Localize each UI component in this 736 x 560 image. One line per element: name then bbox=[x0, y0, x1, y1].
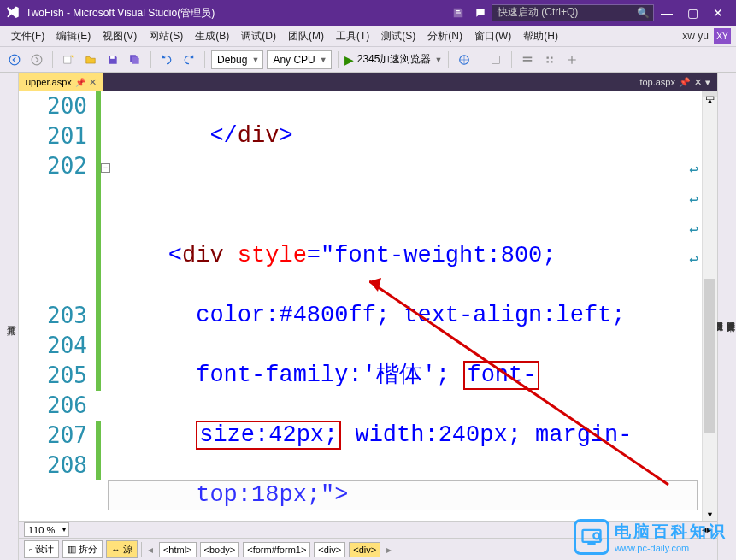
menu-edit[interactable]: 编辑(E) bbox=[50, 29, 97, 44]
menu-tools[interactable]: 工具(T) bbox=[330, 29, 375, 44]
breadcrumb-next[interactable]: ▸ bbox=[384, 544, 394, 556]
breadcrumb-item-active[interactable]: <div> bbox=[349, 542, 380, 557]
title-bar: TwoFish - Microsoft Visual Studio(管理员) 快… bbox=[0, 0, 736, 26]
window-title: TwoFish - Microsoft Visual Studio(管理员) bbox=[26, 6, 215, 21]
highlight-box: font- bbox=[463, 361, 539, 390]
zoom-value: 110 % bbox=[28, 525, 55, 535]
breadcrumb-item[interactable]: <form#form1> bbox=[243, 542, 310, 557]
tool-button-4[interactable] bbox=[562, 50, 581, 69]
view-design-button[interactable]: ▫ 设计 bbox=[24, 540, 59, 558]
chevron-down-icon: ▾ bbox=[62, 526, 66, 533]
open-button[interactable] bbox=[81, 50, 100, 69]
vertical-scrollbar[interactable]: ▭ ▲ ▼ bbox=[702, 91, 717, 521]
separator bbox=[338, 51, 339, 68]
view-label: 源 bbox=[123, 543, 132, 556]
run-target-label[interactable]: 2345加速浏览器 bbox=[357, 52, 432, 67]
menu-window[interactable]: 窗口(W) bbox=[468, 29, 517, 44]
separator bbox=[511, 51, 512, 68]
browser-link-button[interactable] bbox=[455, 50, 474, 69]
fold-toggle[interactable]: − bbox=[101, 163, 110, 173]
watermark-url: www.pc-daily.com bbox=[615, 543, 727, 553]
chevron-down-icon: ▼ bbox=[320, 56, 327, 64]
svg-rect-11 bbox=[587, 543, 595, 545]
line-number: 203 bbox=[19, 301, 87, 331]
save-all-button[interactable] bbox=[126, 50, 144, 69]
svg-rect-7 bbox=[523, 60, 533, 62]
wrap-glyph-icon: ↩ bbox=[689, 215, 698, 245]
tool-button-1[interactable] bbox=[486, 50, 505, 69]
svg-point-1 bbox=[32, 55, 42, 65]
user-avatar[interactable]: XY bbox=[714, 28, 731, 44]
chevron-down-icon: ▼ bbox=[251, 56, 259, 64]
menu-help[interactable]: 帮助(H) bbox=[517, 29, 564, 44]
separator bbox=[150, 51, 151, 68]
zoom-dropdown[interactable]: 110 %▾ bbox=[24, 522, 69, 537]
save-button[interactable] bbox=[103, 50, 122, 69]
platform-label: Any CPU bbox=[273, 54, 315, 66]
line-number: 201 bbox=[19, 121, 87, 151]
menu-team[interactable]: 团队(M) bbox=[282, 29, 330, 44]
svg-point-0 bbox=[9, 55, 20, 65]
quick-launch-placeholder: 快速启动 (Ctrl+Q) bbox=[498, 6, 578, 18]
file-tab-label: upper.aspx bbox=[26, 77, 72, 87]
nav-back-button[interactable] bbox=[5, 50, 24, 69]
file-tab-active[interactable]: upper.aspx 📌 ✕ bbox=[19, 73, 103, 91]
menu-view[interactable]: 视图(V) bbox=[97, 29, 143, 44]
code-content[interactable]: </div> <div style="font-weight:800; colo… bbox=[113, 91, 702, 521]
right-panel-tabs: 解决方案资源管理器 团队资源管理器 属性 bbox=[717, 73, 736, 560]
scroll-up-button[interactable]: ▲ bbox=[703, 97, 717, 107]
feedback-icon[interactable] bbox=[471, 3, 490, 22]
undo-button[interactable] bbox=[157, 50, 176, 69]
view-source-button[interactable]: ↔ 源 bbox=[106, 540, 138, 558]
pin-icon[interactable]: 📌 bbox=[679, 77, 691, 88]
menu-bar: 文件(F) 编辑(E) 视图(V) 网站(S) 生成(B) 调试(D) 团队(M… bbox=[0, 26, 736, 47]
new-project-button[interactable] bbox=[59, 50, 78, 69]
pin-icon[interactable]: 📌 bbox=[75, 78, 85, 87]
breadcrumb-item[interactable]: <div> bbox=[314, 542, 345, 557]
menu-file[interactable]: 文件(F) bbox=[5, 29, 50, 44]
close-button[interactable]: ✕ bbox=[705, 3, 731, 22]
menu-test[interactable]: 测试(S) bbox=[375, 29, 421, 44]
chevron-down-icon[interactable]: ▼ bbox=[434, 56, 442, 64]
menu-debug[interactable]: 调试(D) bbox=[235, 29, 282, 44]
line-number: 200 bbox=[19, 91, 87, 121]
menu-build[interactable]: 生成(B) bbox=[189, 29, 235, 44]
view-split-button[interactable]: ▥ 拆分 bbox=[62, 540, 103, 558]
notification-icon[interactable] bbox=[449, 3, 468, 22]
separator bbox=[480, 51, 480, 68]
menu-analyze[interactable]: 分析(N) bbox=[421, 29, 468, 44]
menu-website[interactable]: 网站(S) bbox=[143, 29, 189, 44]
close-tab-icon[interactable]: ✕ bbox=[89, 77, 97, 88]
maximize-button[interactable]: ▢ bbox=[680, 3, 705, 22]
watermark: 电脑百科知识 www.pc-daily.com bbox=[574, 519, 727, 555]
breadcrumb-prev[interactable]: ◂ bbox=[145, 544, 156, 556]
file-tab-label: top.aspx bbox=[639, 77, 675, 87]
tool-button-3[interactable] bbox=[540, 50, 559, 69]
vs-logo-icon bbox=[5, 5, 21, 21]
minimize-button[interactable]: — bbox=[654, 3, 680, 22]
quick-launch-input[interactable]: 快速启动 (Ctrl+Q) 🔍 bbox=[492, 4, 654, 21]
separator bbox=[204, 51, 205, 68]
current-line-highlight bbox=[108, 480, 698, 510]
config-dropdown[interactable]: Debug▼ bbox=[211, 50, 263, 69]
workspace: 工具箱 upper.aspx 📌 ✕ top.aspx 📌 ✕ ▾ 200 20… bbox=[0, 73, 736, 560]
scroll-thumb[interactable] bbox=[704, 279, 715, 433]
code-editor[interactable]: 200 201 202 203 204 205 206 207 208 − </… bbox=[19, 91, 717, 521]
platform-dropdown[interactable]: Any CPU▼ bbox=[267, 50, 331, 69]
breadcrumb-item[interactable]: <html> bbox=[159, 542, 197, 557]
line-number: 205 bbox=[19, 361, 87, 391]
config-label: Debug bbox=[217, 54, 247, 66]
nav-fwd-button[interactable] bbox=[27, 50, 46, 69]
user-name[interactable]: xw yu bbox=[682, 30, 709, 42]
breadcrumb-item[interactable]: <body> bbox=[200, 542, 240, 557]
redo-button[interactable] bbox=[180, 50, 198, 69]
line-number: 208 bbox=[19, 451, 87, 480]
separator bbox=[52, 51, 53, 68]
watermark-title: 电脑百科知识 bbox=[615, 521, 727, 543]
toolbox-panel-tab[interactable]: 工具箱 bbox=[0, 73, 19, 560]
play-icon[interactable]: ▶ bbox=[344, 53, 354, 67]
line-number-gutter: 200 201 202 203 204 205 206 207 208 bbox=[19, 91, 96, 521]
svg-rect-3 bbox=[110, 56, 115, 58]
tool-button-2[interactable] bbox=[518, 50, 537, 69]
solution-explorer-tab[interactable]: 解决方案资源管理器 bbox=[724, 78, 736, 553]
